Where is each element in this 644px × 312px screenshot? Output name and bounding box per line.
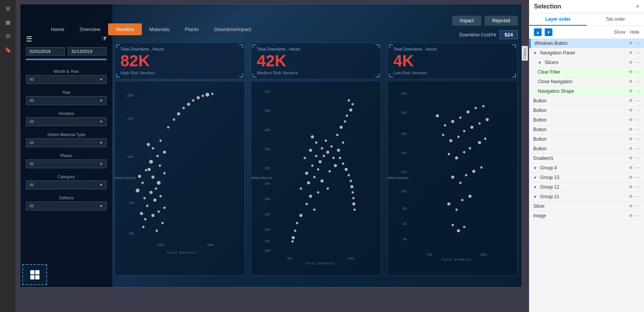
layer-button-2[interactable]: Button 👁 ⋯ [529,106,644,115]
layer-group-4[interactable]: ▼ Group 4 👁 ⋯ [529,163,644,173]
more-icon[interactable]: ⋯ [636,146,640,151]
eye-icon[interactable]: 👁 [629,175,633,180]
more-icon[interactable]: ⋯ [636,98,640,103]
eye-icon[interactable]: 👁 [629,108,633,113]
eye-icon[interactable]: 👁 [629,127,633,132]
kpi-subtitle-high: High Risk Vendors [120,71,239,75]
tab-vendors[interactable]: Vendors [108,23,142,35]
filter-select-year[interactable]: All▼ [26,96,107,105]
filter-select-material[interactable]: All▼ [26,138,107,147]
svg-point-94 [336,134,338,136]
eye-icon[interactable]: 👁 [629,69,633,75]
grid-dots-icon[interactable]: ⊞ [3,3,13,14]
date-slider[interactable] [26,59,107,60]
windows-button[interactable] [22,264,47,285]
layer-button-1[interactable]: Button 👁 ⋯ [529,96,644,106]
layer-image[interactable]: Image 👁 ⋯ [529,211,644,221]
move-down-button[interactable]: ▼ [545,28,552,36]
eye-icon[interactable]: 👁 [629,89,633,94]
layer-close-navigation[interactable]: Close Navigation 👁 ⋯ [534,77,644,87]
eye-icon[interactable]: 👁 [629,79,633,84]
filter-select-plants[interactable]: All▼ [26,159,107,168]
tab-materials[interactable]: Materials [142,23,177,35]
more-icon[interactable]: ⋯ [636,136,640,142]
layer-slicer[interactable]: Slicer 👁 ⋯ [529,202,644,211]
bookmark-icon[interactable]: 🔖 [3,44,13,55]
more-icon[interactable]: ⋯ [636,194,640,199]
eye-icon[interactable]: 👁 [629,136,633,142]
eye-icon[interactable]: 👁 [629,50,633,56]
layer-button-6[interactable]: Button 👁 ⋯ [529,144,644,154]
tab-layer-order[interactable]: Layer order [529,13,587,26]
svg-text:220: 220 [264,239,270,243]
layer-slicers[interactable]: ▼ Slicers 👁 ⋯ [534,58,644,67]
hide-label[interactable]: Hide [630,30,639,35]
filter-select-defects[interactable]: All▼ [26,202,107,210]
eye-icon[interactable]: 👁 [629,146,633,151]
impact-button[interactable]: Impact [452,16,481,26]
layer-navigation-panel[interactable]: ▼ Navigation Panel 👁 ⋯ [529,48,644,58]
more-icon[interactable]: ⋯ [636,213,640,218]
more-icon[interactable]: ⋯ [636,108,640,113]
tab-home[interactable]: Home [43,23,72,35]
more-icon[interactable]: ⋯ [636,156,640,161]
more-icon[interactable]: ⋯ [636,69,640,75]
eye-icon[interactable]: 👁 [629,117,633,123]
layer-gradient1[interactable]: Gradient1 👁 ⋯ [529,154,644,163]
svg-text:Total Defects: Total Defects [167,251,197,255]
tab-overview[interactable]: Overview [72,23,108,35]
filter-icon[interactable]: ⧩ [102,36,107,43]
layer-button-4[interactable]: Button 👁 ⋯ [529,125,644,135]
layer-clear-filter[interactable]: Clear Filter 👁 ⋯ [534,67,644,77]
filter-panel-icon[interactable]: ⊟ [3,31,13,41]
eye-icon[interactable]: 👁 [629,213,633,218]
win-quad-tl [30,270,34,274]
eye-icon[interactable]: 👁 [629,194,633,199]
tab-plants[interactable]: Plants [177,23,206,35]
eye-icon[interactable]: 👁 [629,204,633,209]
layer-name: Button [533,108,547,113]
more-icon[interactable]: ⋯ [636,60,640,65]
move-up-button[interactable]: ▲ [534,28,542,36]
more-icon[interactable]: ⋯ [636,117,640,123]
more-icon[interactable]: ⋯ [636,184,640,190]
more-icon[interactable]: ⋯ [636,127,640,132]
layer-windows-button[interactable]: Windows Button 👁 ⋯ [529,39,644,48]
more-icon[interactable]: ⋯ [636,89,640,94]
eye-icon[interactable]: 👁 [629,41,633,46]
eye-icon[interactable]: 👁 [629,60,633,65]
layer-button-3[interactable]: Button 👁 ⋯ [529,115,644,125]
layer-group-12[interactable]: ▼ Group 12 👁 ⋯ [529,182,644,192]
more-icon[interactable]: ⋯ [636,50,640,56]
tab-downtime[interactable]: DowntimeImpact [206,23,259,35]
eye-icon[interactable]: 👁 [629,184,633,190]
svg-point-149 [472,170,475,173]
more-icon[interactable]: ⋯ [636,175,640,180]
eye-icon[interactable]: 👁 [629,156,633,161]
tab-tab-order[interactable]: Tab order [587,13,644,26]
filter-select-vendors[interactable]: All▼ [26,117,107,126]
layer-button-5[interactable]: Button 👁 ⋯ [529,135,644,144]
svg-point-38 [167,126,169,128]
svg-point-112 [353,209,356,211]
rejected-button[interactable]: Rejected [485,16,518,26]
more-icon[interactable]: ⋯ [636,165,640,171]
filter-select-month-year[interactable]: All▼ [26,75,107,84]
table-grid-icon[interactable]: ▦ [3,17,13,28]
filter-select-category[interactable]: All▼ [26,181,107,189]
more-icon[interactable]: ⋯ [636,41,640,46]
layer-group-13[interactable]: ▼ Group 13 👁 ⋯ [529,173,644,182]
svg-text:10M: 10M [480,253,487,256]
hamburger-icon[interactable]: ☰ [26,35,32,43]
chart-low-risk: Downtime (Hours) 200 180 160 140 120 100… [387,81,518,276]
svg-point-35 [141,182,144,184]
svg-point-46 [205,93,209,97]
more-icon[interactable]: ⋯ [636,79,640,84]
more-icon[interactable]: ⋯ [636,204,640,209]
close-panel-button[interactable]: × [636,3,639,10]
eye-icon[interactable]: 👁 [629,98,633,103]
eye-icon[interactable]: 👁 [629,165,633,171]
show-label[interactable]: Show [614,30,625,35]
layer-group-11[interactable]: ▼ Group 11 👁 ⋯ [529,192,644,202]
layer-navigation-shape[interactable]: Navigation Shape 👁 ⋯ [534,87,644,96]
